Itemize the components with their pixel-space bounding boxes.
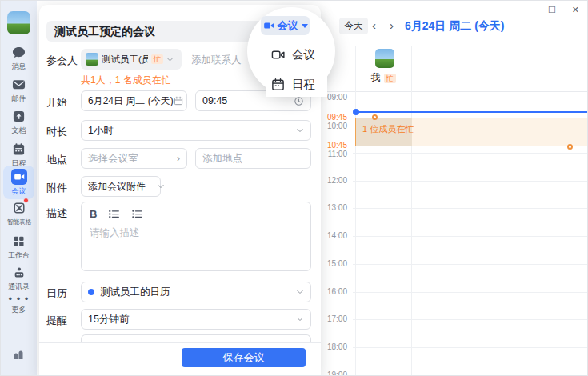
selected-time-block[interactable]: 1 位成员在忙 — [355, 118, 588, 146]
chat-icon — [11, 45, 26, 60]
sidebar-item-smart-table[interactable]: 智能表格 — [1, 200, 37, 227]
sidebar-item-mail[interactable]: 邮件 — [1, 77, 37, 104]
bullet-list-icon[interactable] — [131, 208, 143, 220]
member-header: 我 忙 — [355, 71, 411, 85]
participants-label: 参会人 — [46, 54, 78, 68]
sidebar-item-messages[interactable]: 消息 — [1, 45, 37, 72]
calendar-date-title: 6月24日 周二 (今天) — [405, 19, 504, 34]
clock-icon — [294, 96, 304, 106]
more-dots-icon: • • • — [9, 295, 30, 303]
description-placeholder: 请输入描述 — [82, 220, 310, 240]
meeting-room-select[interactable]: 选择会议室 › — [81, 148, 187, 169]
attachment-label: 附件 — [46, 181, 67, 195]
sidebar-item-workbench[interactable]: 工作台 — [1, 234, 37, 261]
minimize-button[interactable]: ─ — [526, 4, 532, 15]
hour-label: 19:00 — [321, 370, 347, 376]
address-input[interactable]: 添加地点 — [195, 148, 311, 169]
selection-end-time: 10:45 — [321, 141, 347, 150]
current-time-line — [355, 111, 588, 113]
add-attachment-button[interactable]: 添加会议附件 — [81, 176, 161, 197]
video-meeting-icon — [11, 169, 27, 185]
hour-label: 15:00 — [321, 259, 347, 268]
sidebar-item-contacts[interactable]: 通讯录 — [1, 265, 37, 292]
sidebar-item-schedule[interactable]: 日程 — [1, 142, 37, 169]
hour-label: 12:00 — [321, 176, 347, 185]
hour-label: 14:00 — [321, 231, 347, 240]
sidebar-item-docs[interactable]: 文档 — [1, 109, 37, 136]
close-button[interactable]: ✕ — [572, 4, 579, 15]
hour-label: 18:00 — [321, 342, 347, 351]
menu-item-schedule[interactable]: 日程 — [271, 77, 315, 92]
description-editor[interactable]: B 请输入描述 — [81, 202, 311, 271]
next-day-button[interactable]: › — [390, 17, 394, 34]
date-picker-icon — [174, 96, 183, 106]
mail-icon — [11, 77, 26, 92]
contacts-icon — [11, 265, 26, 280]
caret-down-icon — [302, 24, 308, 28]
event-type-button[interactable]: 会议 — [261, 16, 310, 35]
calendar-panel: 今天 ‹ › 6月24日 周二 (今天) 我 忙 09:0 — [321, 1, 588, 376]
save-meeting-button[interactable]: 保存会议 — [182, 348, 306, 367]
document-icon — [11, 109, 26, 124]
ordered-list-icon[interactable] — [108, 208, 120, 220]
calendar-color-dot — [88, 289, 94, 295]
calendar-icon — [11, 142, 26, 157]
current-time-dot — [353, 109, 359, 115]
chevron-down-icon — [296, 288, 304, 296]
description-label: 描述 — [46, 206, 67, 221]
chevron-down-icon — [166, 56, 174, 63]
hour-label: 11:00 — [321, 150, 347, 158]
start-date-input[interactable]: 6月24日 周二 (今天) — [81, 90, 187, 111]
sidebar-item-more[interactable]: • • • 更多 — [1, 295, 37, 315]
reminder-label: 提醒 — [46, 314, 67, 328]
hour-label: 17:00 — [321, 314, 347, 323]
hour-label: 10:00 — [321, 122, 347, 130]
app-logo-icon — [10, 346, 26, 362]
workbench-icon — [11, 234, 26, 249]
sidebar-item-meeting[interactable]: 会议 — [3, 166, 34, 199]
menu-item-meeting[interactable]: 会议 — [271, 47, 315, 62]
today-button[interactable]: 今天 — [339, 18, 368, 34]
editor-toolbar: B — [82, 202, 310, 220]
chevron-down-icon — [296, 126, 304, 134]
bold-icon[interactable]: B — [90, 208, 97, 220]
start-label: 开始 — [46, 95, 67, 110]
calendar-select[interactable]: 测试员工的日历 — [81, 282, 311, 302]
notification-badge — [23, 198, 29, 203]
resize-handle-top[interactable] — [372, 114, 378, 120]
location-label: 地点 — [46, 153, 67, 167]
chevron-down-icon — [296, 315, 304, 323]
participants-summary: 共1人，1 名成员在忙 — [81, 74, 171, 87]
member-busy-badge: 忙 — [384, 74, 396, 83]
participant-chip[interactable]: 测试员工(员工... 忙 — [81, 49, 182, 70]
member-name: 我 — [371, 71, 381, 85]
smart-table-icon — [11, 200, 26, 215]
participant-avatar — [86, 53, 98, 66]
user-avatar[interactable] — [7, 11, 30, 34]
window-controls: ─ ☐ ✕ — [526, 4, 579, 15]
prev-day-button[interactable]: ‹ — [372, 17, 376, 34]
chevron-down-icon[interactable] — [157, 182, 165, 190]
calendar-field-label: 日历 — [46, 286, 67, 301]
duration-select[interactable]: 1小时 — [81, 120, 311, 141]
resize-handle-bottom[interactable] — [567, 144, 573, 150]
maximize-button[interactable]: ☐ — [548, 4, 556, 15]
reminder-select[interactable]: 15分钟前 — [81, 309, 311, 330]
add-contact-input[interactable]: 添加联系人 — [191, 54, 242, 67]
participant-busy-badge: 忙 — [151, 54, 163, 64]
member-avatar — [375, 49, 394, 68]
selection-start-time: 09:45 — [321, 113, 347, 122]
duration-label: 时长 — [46, 125, 67, 139]
arrow-right-icon: › — [177, 153, 180, 164]
app-window: ─ ☐ ✕ 今天 ‹ › 6月24日 周二 (今天) 我 忙 — [0, 0, 588, 376]
sidebar: 消息 邮件 文档 日程 会议 — [1, 1, 37, 376]
hour-label: 13:00 — [321, 203, 347, 212]
busy-members-text: 1 位成员在忙 — [362, 123, 414, 135]
hour-label: 16:00 — [321, 287, 347, 296]
